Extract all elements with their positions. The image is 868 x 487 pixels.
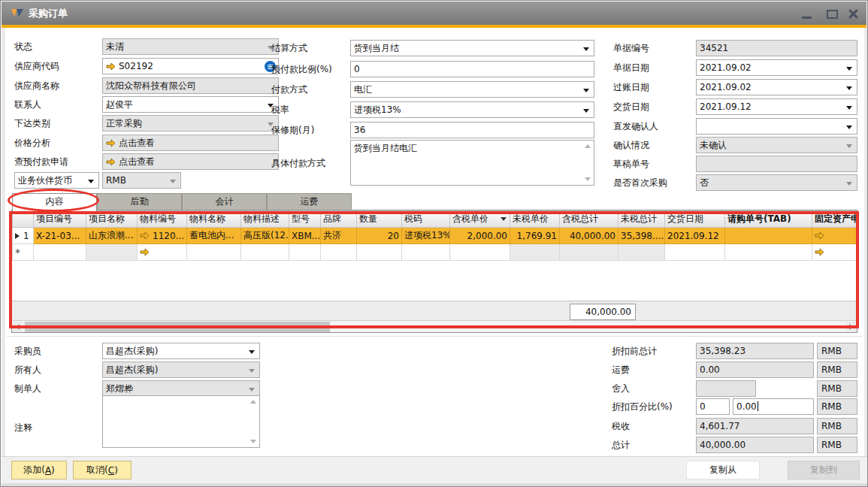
table-cell[interactable] — [725, 244, 812, 261]
add-button[interactable]: 添加(A) — [11, 461, 67, 479]
table-cell[interactable] — [402, 244, 450, 261]
buyer-field[interactable]: 昌超杰(采购) — [102, 343, 260, 359]
tax-rate-field[interactable]: 进项税13% — [350, 101, 594, 118]
chevron-down-icon[interactable] — [583, 89, 589, 92]
tab-accounting[interactable]: 会计 — [182, 193, 267, 210]
table-cell[interactable] — [34, 244, 86, 261]
table-cell[interactable]: 共济 — [321, 228, 357, 244]
header-cell: 数量 — [357, 211, 402, 228]
link-arrow-icon[interactable] — [815, 231, 824, 240]
maximize-button[interactable] — [824, 8, 840, 20]
chevron-down-icon[interactable] — [583, 109, 589, 113]
doc-date-field[interactable]: 2021.09.02 — [696, 59, 857, 76]
table-cell[interactable] — [812, 244, 858, 261]
chevron-down-icon[interactable] — [846, 67, 852, 71]
creator-field: 郑熠桦 — [102, 380, 260, 397]
scroll-up-icon[interactable] — [585, 144, 591, 148]
delivery-date-field[interactable]: 2021.09.12 — [696, 98, 857, 115]
contact-person-field[interactable]: 赵俊平 — [102, 96, 279, 113]
currency-badge: RMB — [817, 380, 857, 397]
table-cell[interactable] — [289, 244, 321, 261]
row-selector[interactable]: * — [13, 244, 34, 261]
tab-content[interactable]: 内容 — [12, 193, 97, 211]
table-cell — [560, 244, 618, 261]
currency-badge: RMB — [817, 398, 857, 415]
table-cell[interactable] — [187, 244, 241, 261]
table-cell[interactable] — [241, 244, 289, 261]
minimize-button[interactable] — [798, 8, 815, 20]
table-cell[interactable] — [725, 228, 812, 244]
table-cell[interactable]: X-21-03... — [34, 228, 86, 244]
link-arrow-icon[interactable] — [815, 248, 824, 256]
row-selector[interactable]: 1 — [13, 228, 34, 244]
table-cell[interactable] — [665, 244, 725, 261]
prepayment-request-field[interactable]: 点击查看 — [102, 153, 279, 170]
table-cell[interactable]: 40,000.00 — [560, 228, 618, 244]
tab-freight[interactable]: 运费 — [267, 193, 352, 210]
warranty-period-field[interactable]: 36 — [350, 122, 594, 138]
currency-badge: RMB — [817, 361, 857, 378]
link-arrow-icon[interactable] — [106, 62, 116, 71]
scroll-right-button[interactable] — [845, 322, 857, 332]
table-cell[interactable] — [357, 244, 402, 261]
payment-method-field[interactable]: 电汇 — [350, 81, 594, 98]
posting-date-field[interactable]: 2021.09.02 — [696, 79, 857, 95]
payment-detail-textarea[interactable]: 货到当月结电汇 — [350, 140, 594, 186]
scroll-down-icon[interactable] — [585, 177, 591, 181]
rounding-field — [696, 380, 756, 397]
header-cell: 项目名称 — [86, 211, 138, 228]
table-cell[interactable]: 2021.09.12 — [665, 228, 725, 244]
table-cell[interactable]: 高压版(12... — [241, 228, 289, 244]
table-cell[interactable] — [450, 244, 510, 261]
supplier-code-field[interactable]: S02192 ≡ — [102, 58, 279, 74]
price-analysis-field[interactable]: 点击查看 — [102, 135, 279, 151]
creator-label: 制单人 — [14, 380, 41, 397]
discount-amount-field[interactable]: 0.00 — [733, 398, 814, 415]
chevron-down-icon[interactable] — [88, 180, 94, 183]
table-cell[interactable]: 2,000.00 — [450, 228, 510, 244]
link-arrow-icon[interactable] — [106, 158, 116, 166]
table-cell[interactable]: 进项税13% — [402, 228, 450, 244]
table-cell[interactable]: 20 — [357, 228, 402, 244]
scroll-up-icon[interactable] — [250, 400, 256, 404]
chevron-down-icon[interactable] — [846, 106, 852, 110]
settlement-method-field[interactable]: 货到当月结 — [350, 40, 594, 56]
table-cell[interactable]: XBM... — [289, 228, 321, 244]
table-cell[interactable]: 1120... — [138, 228, 187, 244]
tax-label: 税收 — [612, 418, 630, 434]
link-arrow-icon[interactable] — [140, 248, 150, 256]
close-button[interactable] — [846, 8, 860, 20]
chevron-down-icon[interactable] — [583, 47, 589, 51]
table-cell[interactable]: 1,769.91 — [510, 228, 560, 244]
chevron-down-icon[interactable] — [249, 350, 255, 354]
scroll-down-icon[interactable] — [250, 440, 256, 443]
cancel-button[interactable]: 取消(C) — [73, 461, 132, 479]
table-row[interactable]: 1 X-21-03... 山东浪潮... 1120... 蓄电池内... 高压版… — [13, 228, 858, 244]
scroll-thumb[interactable] — [25, 322, 330, 332]
owner-label: 所有人 — [14, 361, 41, 378]
table-cell[interactable] — [321, 244, 357, 261]
discount-percent-field[interactable]: 0 — [696, 398, 730, 415]
table-cell[interactable] — [812, 228, 858, 244]
remarks-textarea[interactable] — [102, 395, 260, 448]
chevron-down-icon[interactable] — [846, 86, 852, 90]
confirm-status-field: 未确认 — [696, 137, 857, 153]
link-arrow-icon[interactable] — [106, 139, 116, 147]
order-total-field: 40,000.00 — [570, 304, 636, 320]
table-row-new[interactable]: * — [13, 244, 858, 261]
bp-currency-dropdown[interactable]: 业务伙伴货币 — [14, 172, 99, 189]
h-scrollbar[interactable] — [12, 320, 857, 332]
table-cell[interactable] — [138, 244, 187, 261]
sort-arrow-icon[interactable] — [501, 217, 507, 221]
scroll-left-button[interactable] — [12, 322, 23, 332]
copy-from-button[interactable]: 复制从 — [686, 461, 760, 479]
direct-confirmer-field[interactable] — [696, 118, 857, 135]
table-cell[interactable]: 山东浪潮... — [86, 228, 138, 244]
link-arrow-icon[interactable] — [140, 231, 150, 240]
tab-logistics[interactable]: 后勤 — [97, 193, 182, 210]
prepayment-ratio-field[interactable]: 0 — [350, 61, 594, 77]
header-cell — [13, 211, 34, 228]
table-cell[interactable]: 35,398.... — [618, 228, 665, 244]
chevron-down-icon[interactable] — [846, 126, 852, 129]
table-cell[interactable]: 蓄电池内... — [187, 228, 241, 244]
